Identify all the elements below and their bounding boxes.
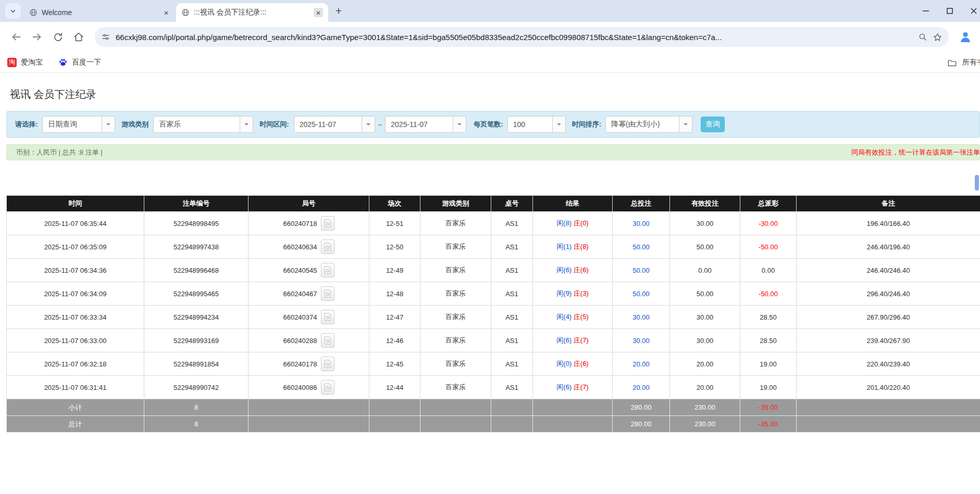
cell-session: 12-45 [369,352,420,376]
cell-total-bet[interactable]: 30.00 [613,212,670,235]
tilde-separator: ~ [378,121,382,129]
sort-value: 降幂(由大到小) [606,117,679,132]
browser-toolbar: 66cxkj98.com/ipl/portal.php/game/betreco… [0,22,980,52]
site-info-icon[interactable] [101,32,110,42]
video-replay-button[interactable] [321,286,334,301]
cell-payout: 28.50 [740,329,797,352]
chevron-down-icon[interactable] [679,117,692,132]
search-button[interactable]: 查询 [701,117,725,132]
maximize-button[interactable] [938,0,962,22]
cell-payout: 0.00 [740,259,797,282]
zoom-icon[interactable] [918,32,927,42]
cell-total-bet[interactable]: 50.00 [613,235,670,259]
sort-select[interactable]: 降幂(由大到小) [605,116,692,133]
subtotal-payout: -35.00 [740,399,797,416]
all-bookmarks[interactable]: 所有书签 [942,52,980,73]
select-label: 请选择: [15,120,38,129]
col-game-type: 游戏类别 [420,196,491,212]
cell-total-bet[interactable]: 30.00 [613,329,670,352]
video-replay-button[interactable] [321,263,334,277]
cell-time: 2025-11-07 06:33:34 [7,306,144,329]
result-banker: 庄(0) [574,219,589,227]
cell-total-bet[interactable]: 50.00 [613,282,670,306]
query-type-select[interactable]: 日期查询 [42,116,115,133]
cell-total-bet[interactable]: 30.00 [613,306,670,329]
video-replay-button[interactable] [321,333,334,348]
cell-session: 12-44 [369,376,420,399]
bookmark-star-icon[interactable] [933,32,942,42]
cell-payout: -50.00 [740,282,797,306]
result-player: 闲(6) [556,336,572,344]
cell-game-type: 百家乐 [420,329,491,352]
cell-total-bet[interactable]: 20.00 [613,352,670,376]
chevron-down-icon[interactable] [453,117,466,132]
cell-note: 220.40/239.40 [797,352,980,376]
col-session: 场次 [369,196,420,212]
close-window-button[interactable] [962,0,980,22]
cell-round: 660240467 [249,282,369,306]
result-banker: 庄(6) [574,360,589,368]
video-replay-button[interactable] [321,310,334,324]
result-banker: 庄(5) [574,313,589,321]
tab-betrecord[interactable]: :::视讯 会员下注纪录::: × [176,3,328,22]
per-page-label: 每页笔数: [474,120,503,129]
cell-bet-id: 522948991854 [144,352,249,376]
cell-session: 12-47 [369,306,420,329]
cell-time: 2025-11-07 06:35:44 [7,212,144,235]
minimize-button[interactable] [914,0,938,22]
round-number: 660240545 [283,267,317,274]
reload-button[interactable] [49,28,67,46]
close-icon[interactable]: × [162,8,171,17]
col-table-no: 桌号 [491,196,533,212]
video-replay-button[interactable] [321,216,334,231]
new-tab-button[interactable]: + [331,4,346,18]
result-banker: 庄(7) [574,383,589,391]
close-icon[interactable]: × [314,8,323,17]
table-row: 2025-11-07 06:34:09522948995465660240467… [7,282,980,306]
profile-avatar[interactable] [956,28,975,46]
round-number: 660240178 [283,360,317,368]
baidu-paw-icon [58,58,68,67]
game-type-select[interactable]: 百家乐 [153,116,253,133]
result-player: 闲(1) [556,243,572,250]
cell-session: 12-50 [369,235,420,259]
cell-game-type: 百家乐 [420,352,491,376]
bookmark-baidu[interactable]: 百度一下 [58,58,101,67]
subtotal-valid-bet: 230.00 [670,399,740,416]
cell-result: 闲(0) 庄(6) [533,352,613,376]
per-page-select[interactable]: 100 [507,116,566,133]
video-replay-button[interactable] [321,380,334,395]
cell-total-bet[interactable]: 50.00 [613,259,670,282]
cell-note: 267.90/296.40 [797,306,980,329]
table-row: 2025-11-07 06:31:41522948990742660240086… [7,376,980,399]
back-button[interactable] [7,28,25,46]
round-number: 660240718 [283,220,317,227]
chevron-down-icon[interactable] [102,117,115,132]
total-label: 总计 [7,416,144,433]
chevron-down-icon[interactable] [362,117,375,132]
col-payout: 总派彩 [740,196,797,212]
chevron-down-icon[interactable] [552,117,565,132]
url-bar[interactable]: 66cxkj98.com/ipl/portal.php/game/betreco… [95,27,949,47]
result-player: 闲(6) [556,383,572,391]
table-header: 时间 注单编号 局号 场次 游戏类别 桌号 结果 总投注 有效投注 总派彩 备注 [7,196,980,212]
folder-icon [947,58,957,68]
video-replay-button[interactable] [321,357,334,371]
video-replay-button[interactable] [321,239,334,254]
cell-total-bet[interactable]: 20.00 [613,376,670,399]
result-player: 闲(0) [556,360,572,368]
tab-welcome[interactable]: Welcome × [24,3,176,22]
total-valid-bet: 230.00 [670,416,740,433]
chevron-down-icon[interactable] [240,117,253,132]
tab-search-button[interactable] [5,3,21,19]
forward-button[interactable] [28,28,46,46]
cell-bet-id: 522948996468 [144,259,249,282]
url-text[interactable]: 66cxkj98.com/ipl/portal.php/game/betreco… [116,33,913,42]
globe-icon [181,8,190,17]
scrollbar-thumb[interactable] [975,175,979,191]
bookmark-taobao[interactable]: 淘 爱淘宝 [7,58,43,67]
date-to-select[interactable]: 2025-11-07 [385,116,466,133]
home-button[interactable] [70,28,88,46]
subtotal-label: 小计 [7,399,144,416]
date-from-select[interactable]: 2025-11-07 [294,116,375,133]
